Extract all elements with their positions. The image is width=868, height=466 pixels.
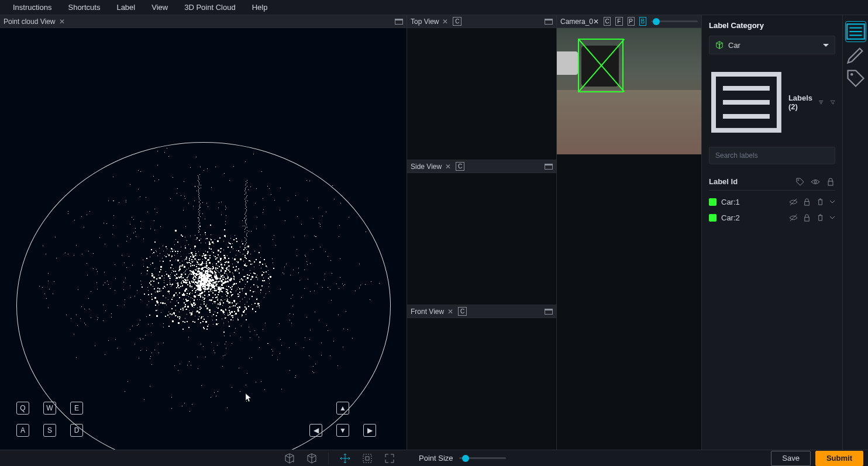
chevron-down-icon[interactable] <box>829 198 835 206</box>
nav-left[interactable]: ◀ <box>309 424 322 437</box>
trash-icon[interactable] <box>816 198 825 206</box>
svg-rect-17 <box>366 457 369 460</box>
chevron-down-icon[interactable] <box>829 213 835 222</box>
tag-icon[interactable] <box>845 68 866 89</box>
nav-up[interactable]: ▲ <box>336 402 349 415</box>
front-view-body[interactable] <box>407 318 556 450</box>
close-icon[interactable]: ✕ <box>59 18 65 26</box>
category-value: Car <box>728 41 740 50</box>
side-view-title: Side View <box>411 163 442 171</box>
window-icon[interactable] <box>545 164 553 170</box>
side-view-header: Side View ✕ C <box>407 160 556 173</box>
point-size-slider[interactable] <box>459 457 506 459</box>
chevron-down-icon <box>823 44 829 47</box>
front-view-c-button[interactable]: C <box>458 307 467 316</box>
right-icon-strip <box>842 15 868 450</box>
camera-c-button[interactable]: C <box>604 17 611 26</box>
front-view-title: Front View <box>411 308 444 316</box>
front-view-header: Front View ✕ C <box>407 305 556 318</box>
pointcloud-viewport[interactable]: Q W E A S D ▲ ◀ ▼ ▶ <box>0 28 407 450</box>
top-view-body[interactable] <box>407 28 556 160</box>
nav-right[interactable]: ▶ <box>363 424 376 437</box>
menu-view[interactable]: View <box>143 1 176 14</box>
camera-title: Camera_0 <box>560 18 593 26</box>
window-icon[interactable] <box>545 309 553 315</box>
top-view-c-button[interactable]: C <box>453 17 461 26</box>
menu-shortcuts[interactable]: Shortcuts <box>60 1 108 14</box>
list-icon <box>709 65 784 140</box>
svg-rect-8 <box>805 217 810 221</box>
camera-b-button[interactable]: B <box>639 17 646 26</box>
label-category-title: Label Category <box>709 21 835 30</box>
top-view-header: Top View ✕ C <box>407 15 556 28</box>
eye-icon[interactable] <box>811 177 820 187</box>
keycap-a[interactable]: A <box>16 424 29 437</box>
svg-point-4 <box>798 180 799 181</box>
nav-down[interactable]: ▼ <box>336 424 349 437</box>
top-view-title: Top View <box>411 18 439 26</box>
menubar: Instructions Shortcuts Label View 3D Poi… <box>0 0 868 15</box>
svg-rect-16 <box>363 454 371 462</box>
select-tool-icon[interactable] <box>361 453 373 464</box>
menu-label[interactable]: Label <box>108 1 143 14</box>
close-icon[interactable]: ✕ <box>447 308 453 316</box>
camera-f-button[interactable]: F <box>615 17 622 26</box>
save-button[interactable]: Save <box>771 451 811 466</box>
svg-text:−: − <box>314 459 317 464</box>
close-icon[interactable]: ✕ <box>442 18 448 26</box>
svg-rect-7 <box>805 201 810 205</box>
labels-title: Labels (2) <box>788 94 812 111</box>
label-id-header: Label Id <box>709 177 790 186</box>
category-dropdown[interactable]: Car <box>709 36 835 54</box>
eye-off-icon[interactable] <box>789 213 798 222</box>
edit-icon[interactable] <box>845 44 866 65</box>
add-cube-icon[interactable]: + <box>284 453 295 464</box>
close-icon[interactable]: ✕ <box>593 18 599 26</box>
menu-help[interactable]: Help <box>244 1 276 14</box>
tag-icon[interactable] <box>795 177 805 187</box>
side-view-c-button[interactable]: C <box>456 162 464 171</box>
submit-button[interactable]: Submit <box>815 451 863 466</box>
camera-p-button[interactable]: P <box>628 17 635 26</box>
svg-rect-6 <box>828 181 833 185</box>
keycap-e[interactable]: E <box>70 402 83 415</box>
label-row[interactable]: Car:2 <box>709 210 835 226</box>
keycap-d[interactable]: D <box>70 424 83 437</box>
color-swatch <box>709 214 717 222</box>
svg-text:+: + <box>292 459 295 464</box>
bottom-toolbar: + − Point Size Save Submit <box>0 450 868 466</box>
keycap-w[interactable]: W <box>43 402 56 415</box>
svg-point-5 <box>814 181 817 183</box>
window-icon[interactable] <box>395 19 403 25</box>
camera-body[interactable] <box>557 28 701 154</box>
nav-grid: ▲ ◀ ▼ ▶ <box>309 402 377 438</box>
trash-icon[interactable] <box>816 213 825 222</box>
camera-brightness-slider[interactable] <box>651 20 698 22</box>
eye-off-icon[interactable] <box>789 198 798 206</box>
search-labels-input[interactable] <box>709 147 835 164</box>
panel-toggle-icon[interactable] <box>845 21 866 42</box>
sort-icon[interactable] <box>818 98 824 107</box>
label-row[interactable]: Car:1 <box>709 194 835 210</box>
keycap-q[interactable]: Q <box>16 402 29 415</box>
cube-icon <box>715 41 724 49</box>
filter-icon[interactable] <box>830 98 835 107</box>
lock-icon[interactable] <box>826 177 835 187</box>
right-sidebar: Label Category Car Labels (2) <box>702 15 842 450</box>
lock-icon[interactable] <box>802 198 811 206</box>
remove-cube-icon[interactable]: − <box>306 453 318 464</box>
label-name: Car:2 <box>721 213 784 222</box>
pointcloud-panel-header: Point cloud View ✕ <box>0 15 407 28</box>
keycap-s[interactable]: S <box>43 424 56 437</box>
move-tool-icon[interactable] <box>339 453 351 464</box>
close-icon[interactable]: ✕ <box>445 163 451 171</box>
menu-instructions[interactable]: Instructions <box>5 1 60 14</box>
expand-icon[interactable] <box>384 453 395 464</box>
camera-image <box>557 28 701 154</box>
menu-3d-point-cloud[interactable]: 3D Point Cloud <box>176 1 243 14</box>
side-view-body[interactable] <box>407 173 556 305</box>
window-icon[interactable] <box>545 19 553 25</box>
bounding-box-3d[interactable] <box>578 39 624 92</box>
color-swatch <box>709 198 717 206</box>
lock-icon[interactable] <box>802 213 811 222</box>
